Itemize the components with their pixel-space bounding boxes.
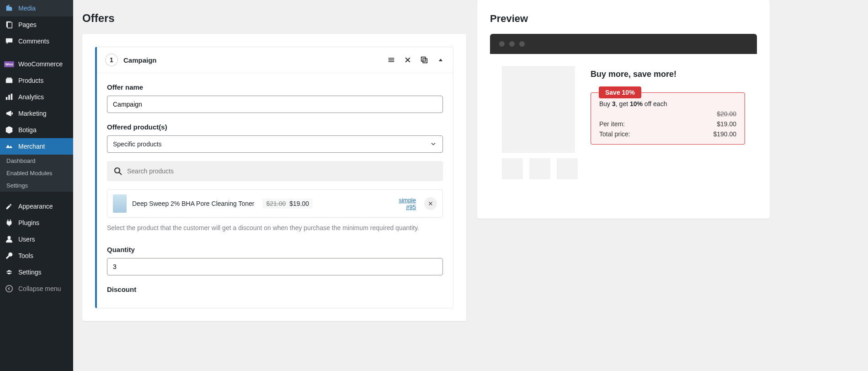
discount-label: Discount <box>107 285 443 293</box>
sidebar-item-tools[interactable]: Tools <box>0 247 73 264</box>
sidebar-item-users[interactable]: Users <box>0 231 73 247</box>
svg-rect-2 <box>6 79 12 83</box>
campaign-block: 1 Campaign Offer name Offered product(s) <box>95 47 453 308</box>
quantity-input[interactable] <box>107 258 443 275</box>
product-search[interactable] <box>107 161 443 181</box>
offers-title: Offers <box>82 0 466 34</box>
promo-title: Buy more, save more! <box>591 70 745 79</box>
botiga-icon <box>5 125 14 134</box>
traffic-dot-green <box>519 41 525 47</box>
preview-title: Preview <box>490 13 757 34</box>
preview-offer: Buy more, save more! Save 10% Buy 3, get… <box>591 66 745 179</box>
browser-bar <box>490 34 757 54</box>
products-icon <box>5 76 14 85</box>
svg-rect-4 <box>6 97 8 100</box>
sidebar-item-marketing[interactable]: Marketing <box>0 105 73 122</box>
svg-rect-1 <box>7 22 12 28</box>
save-badge: Save 10% <box>599 86 641 98</box>
search-icon <box>113 167 122 176</box>
product-meta[interactable]: simple #95 <box>399 197 416 210</box>
traffic-dot-red <box>499 41 505 47</box>
sidebar-item-plugins[interactable]: Plugins <box>0 215 73 231</box>
sidebar-item-pages[interactable]: Pages <box>0 16 73 33</box>
offers-card: 1 Campaign Offer name Offered product(s) <box>82 34 466 321</box>
comments-icon <box>5 37 14 46</box>
quantity-label: Quantity <box>107 246 443 253</box>
selected-product-row: Deep Sweep 2% BHA Pore Cleaning Toner $2… <box>107 189 443 218</box>
pages-icon <box>5 20 14 29</box>
preview-gallery <box>502 66 578 179</box>
preview-thumb-1 <box>502 158 523 179</box>
preview-thumb-3 <box>557 158 578 179</box>
sidebar-collapse[interactable]: Collapse menu <box>0 280 73 297</box>
collapse-icon <box>5 284 14 293</box>
campaign-title: Campaign <box>123 56 382 64</box>
sidebar-item-woocommerce[interactable]: Woo WooCommerce <box>0 56 73 72</box>
svg-line-17 <box>119 172 122 175</box>
tools-icon <box>5 251 14 260</box>
preview-card: Preview <box>477 0 770 219</box>
product-thumbnail <box>113 194 127 213</box>
delete-icon[interactable] <box>404 56 412 64</box>
woocommerce-icon: Woo <box>5 59 14 69</box>
preview-pane: Buy more, save more! Save 10% Buy 3, get… <box>490 34 757 191</box>
media-icon <box>5 4 14 13</box>
sidebar-item-comments[interactable]: Comments <box>0 33 73 49</box>
product-prices: $21.00 $19.00 <box>262 199 313 209</box>
product-name: Deep Sweep 2% BHA Pore Cleaning Toner <box>132 200 254 207</box>
svg-point-7 <box>7 236 11 239</box>
product-help-text: Select the product that the customer wil… <box>107 223 443 233</box>
svg-rect-6 <box>11 94 13 100</box>
plugins-icon <box>5 218 14 227</box>
appearance-icon <box>5 202 14 211</box>
product-search-input[interactable] <box>127 167 437 175</box>
submenu-settings[interactable]: Settings <box>0 179 73 192</box>
duplicate-icon[interactable] <box>420 56 428 64</box>
sidebar-item-media[interactable]: Media <box>0 0 73 16</box>
analytics-icon <box>5 92 14 102</box>
sidebar-item-botiga[interactable]: Botiga <box>0 122 73 138</box>
sidebar-item-appearance[interactable]: Appearance <box>0 198 73 215</box>
submenu-dashboard[interactable]: Dashboard <box>0 155 73 167</box>
drag-icon[interactable] <box>387 56 395 64</box>
campaign-step: 1 <box>105 54 118 66</box>
submenu-enabled-modules[interactable]: Enabled Modules <box>0 167 73 179</box>
chevron-down-icon <box>430 140 437 148</box>
settings-icon <box>5 268 14 277</box>
promo-total-row: Total price: $190.00 <box>599 130 736 138</box>
promo-rule-text: Buy 3, get 10% off each <box>599 100 736 108</box>
traffic-dot-yellow <box>509 41 515 47</box>
svg-rect-5 <box>8 95 10 100</box>
admin-sidebar: Media Pages Comments Woo WooCommerce Pro… <box>0 0 73 371</box>
products-select[interactable]: Specific products <box>107 135 443 153</box>
offer-name-label: Offer name <box>107 83 443 91</box>
promo-box: Buy 3, get 10% off each $20.00 Per item:… <box>591 92 745 145</box>
remove-product-button[interactable] <box>424 197 437 210</box>
sidebar-item-products[interactable]: Products <box>0 72 73 89</box>
users-icon <box>5 235 14 244</box>
sidebar-item-merchant[interactable]: Merchant <box>0 138 73 155</box>
sidebar-item-analytics[interactable]: Analytics <box>0 89 73 105</box>
svg-point-8 <box>6 285 12 292</box>
collapse-arrow-icon[interactable] <box>437 56 445 64</box>
svg-rect-3 <box>7 78 12 79</box>
preview-main-image <box>502 66 575 153</box>
offer-name-input[interactable] <box>107 96 443 113</box>
sidebar-item-settings[interactable]: Settings <box>0 264 73 280</box>
promo-per-item-row: Per item: $19.00 <box>599 120 736 128</box>
preview-thumb-2 <box>529 158 550 179</box>
svg-point-16 <box>115 168 120 173</box>
merchant-submenu: Dashboard Enabled Modules Settings <box>0 155 73 192</box>
marketing-icon <box>5 109 14 118</box>
promo-old-price-row: $20.00 <box>599 110 736 118</box>
merchant-icon <box>5 142 14 151</box>
offered-products-label: Offered product(s) <box>107 123 443 131</box>
